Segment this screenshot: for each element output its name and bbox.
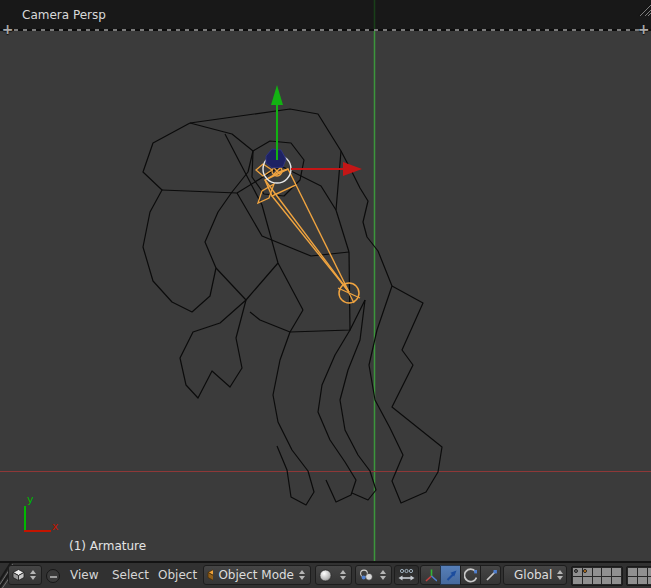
viewport-shading-selector[interactable] bbox=[315, 565, 352, 585]
layer-cell[interactable] bbox=[648, 577, 651, 585]
layer-cell[interactable] bbox=[628, 577, 637, 585]
chevron-updown-icon bbox=[25, 570, 36, 580]
layer-cell[interactable] bbox=[583, 577, 592, 585]
pivot-point-icon bbox=[359, 569, 374, 582]
layer-cell[interactable] bbox=[593, 577, 602, 585]
chevron-updown-icon bbox=[294, 570, 305, 580]
view-name-label: Camera Persp bbox=[22, 8, 106, 22]
layer-cell[interactable] bbox=[602, 577, 611, 585]
mesh-wireframe-edge[interactable] bbox=[369, 286, 442, 503]
viewport-canvas[interactable]: yx + + Camera Persp (1) Armature bbox=[0, 0, 651, 561]
layer-cell[interactable] bbox=[638, 568, 647, 576]
layer-object-dot bbox=[583, 569, 587, 573]
chevron-updown-icon bbox=[375, 570, 386, 580]
layer-cell[interactable] bbox=[602, 568, 611, 576]
mesh-wireframe-edge[interactable] bbox=[143, 123, 253, 312]
scene-3d[interactable]: yx bbox=[0, 0, 651, 561]
mini-axis-x-label: x bbox=[52, 520, 59, 533]
layer-cell[interactable] bbox=[638, 577, 647, 585]
mesh-wireframe-edge[interactable] bbox=[180, 300, 246, 398]
layer-cell[interactable] bbox=[628, 568, 637, 576]
layer-cell[interactable] bbox=[583, 568, 592, 576]
manipulator-widget-icon bbox=[398, 568, 415, 583]
scale-manipulator-button[interactable] bbox=[480, 565, 501, 585]
mesh-wireframe-edge[interactable] bbox=[225, 134, 303, 310]
manipulator-axes-button[interactable] bbox=[420, 565, 441, 585]
mesh-wireframe-edge[interactable] bbox=[250, 300, 365, 332]
area-resize-grip-icon[interactable] bbox=[635, 0, 651, 16]
rotate-manipulator-button[interactable] bbox=[460, 565, 481, 585]
layers-block-2[interactable] bbox=[626, 566, 651, 586]
menu-object[interactable]: Object bbox=[158, 568, 197, 582]
pivot-point-selector[interactable] bbox=[355, 565, 392, 585]
menu-select[interactable]: Select bbox=[112, 568, 149, 582]
orientation-label: Global bbox=[514, 568, 552, 582]
chevron-updown-icon bbox=[552, 570, 563, 580]
viewport-editor-icon bbox=[12, 569, 25, 581]
menu-view[interactable]: View bbox=[70, 568, 98, 582]
collapse-menus-button[interactable] bbox=[46, 569, 60, 583]
blender-window: yx + + Camera Persp (1) Armature bbox=[0, 0, 651, 588]
mesh-wireframe-edge[interactable] bbox=[237, 193, 349, 256]
chevron-updown-icon bbox=[335, 570, 346, 580]
scale-line-icon bbox=[484, 568, 497, 583]
bone-edge[interactable] bbox=[296, 185, 349, 292]
translate-manipulator-button[interactable] bbox=[440, 565, 461, 585]
solid-shading-sphere-icon bbox=[319, 569, 332, 582]
layer-cell[interactable] bbox=[593, 568, 602, 576]
layer-cell[interactable] bbox=[573, 577, 582, 585]
axes-tripod-icon bbox=[424, 568, 437, 583]
mode-selector[interactable]: Object Mode bbox=[203, 565, 311, 585]
expand-toolshelf-plus-icon[interactable]: + bbox=[1, 23, 14, 37]
minus-icon bbox=[50, 576, 57, 578]
layer-cell[interactable] bbox=[648, 568, 651, 576]
expand-properties-plus-icon[interactable]: + bbox=[637, 23, 650, 37]
bone-edge[interactable] bbox=[272, 196, 349, 292]
active-object-label: (1) Armature bbox=[69, 539, 146, 553]
editor-type-selector[interactable] bbox=[8, 565, 42, 585]
layer-cell[interactable] bbox=[573, 568, 582, 576]
layer-cell[interactable] bbox=[612, 568, 621, 576]
transform-orientation-selector[interactable]: Global bbox=[503, 565, 567, 585]
mesh-wireframe-edge[interactable] bbox=[273, 310, 314, 505]
object-mode-cube-icon bbox=[207, 569, 213, 581]
mesh-wireframe-edge[interactable] bbox=[318, 252, 356, 502]
rotate-arc-icon bbox=[464, 568, 477, 583]
mini-axis-y-label: y bbox=[27, 493, 34, 506]
mode-selector-label: Object Mode bbox=[218, 568, 294, 582]
camera-frame-border bbox=[0, 29, 651, 31]
manipulator-y-arrow-head[interactable] bbox=[271, 85, 283, 105]
viewport-header: View Select Object Object Mode bbox=[0, 563, 651, 588]
manipulator-toggle-button[interactable] bbox=[394, 565, 419, 585]
layer-object-dot bbox=[574, 569, 578, 573]
mesh-wireframe-edge[interactable] bbox=[216, 263, 278, 300]
translate-arrow-icon bbox=[444, 568, 457, 583]
layer-cell[interactable] bbox=[612, 577, 621, 585]
layers-block-1[interactable] bbox=[571, 566, 623, 586]
